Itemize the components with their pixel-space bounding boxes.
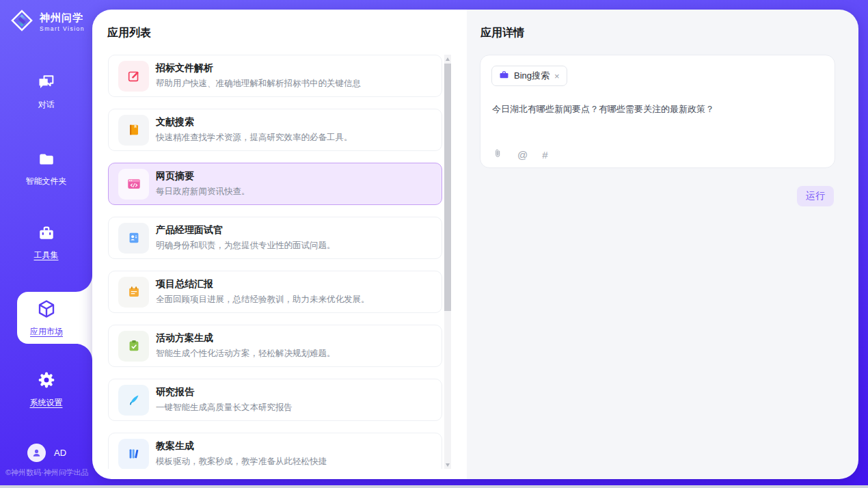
app-list: 招标文件解析 帮助用户快速、准确地理解和解析招标书中的关键信息 文献搜索 快速精…	[108, 55, 442, 469]
app-card-lesson-plan-generation[interactable]: 教案生成 模板驱动，教案秒成，教学准备从此轻松快捷	[108, 433, 442, 469]
tool-tag-bing-search[interactable]: Bing搜索 ×	[491, 66, 567, 86]
app-name: 文献搜索	[156, 116, 353, 128]
app-card-project-summary[interactable]: 项目总结汇报 全面回顾项目进展，总结经验教训，助力未来优化发展。	[108, 271, 442, 313]
sidebar-item-settings[interactable]: 系统设置	[0, 370, 92, 409]
copyright-text: ©神州数码·神州问学出品	[5, 467, 89, 478]
report-calendar-icon	[118, 277, 149, 308]
sidebar-item-chat[interactable]: 对话	[0, 72, 92, 111]
scroll-up-icon[interactable]	[444, 55, 451, 63]
mention-icon[interactable]: @	[517, 149, 528, 161]
user-initials: AD	[54, 448, 66, 458]
research-icon	[118, 385, 149, 416]
composer-toolbar: @ #	[493, 148, 548, 162]
hash-icon[interactable]: #	[542, 149, 547, 161]
sidebar-item-label: 应用市场	[30, 326, 63, 338]
app-desc: 模板驱动，教案秒成，教学准备从此轻松快捷	[156, 456, 327, 467]
app-desc: 智能生成个性化活动方案，轻松解决规划难题。	[156, 348, 336, 360]
app-card-webpage-summary[interactable]: 网页摘要 每日政府新闻资讯快查。	[108, 163, 442, 205]
app-name: 研究报告	[156, 386, 293, 398]
sidebar-item-label: 工具集	[34, 249, 59, 261]
app-desc: 每日政府新闻资讯快查。	[156, 186, 250, 198]
app-name: 网页摘要	[156, 170, 250, 182]
run-button[interactable]: 运行	[797, 186, 834, 206]
avatar	[27, 444, 46, 462]
app-name: 项目总结汇报	[156, 278, 370, 290]
app-card-research-report[interactable]: 研究报告 一键智能生成高质量长文本研究报告	[108, 379, 442, 421]
browser-code-icon	[118, 169, 149, 200]
user-account[interactable]: AD	[27, 444, 66, 462]
interview-icon	[118, 223, 149, 254]
app-desc: 明确身份和职责，为您提供专业性的面试问题。	[156, 240, 336, 252]
sidebar: 神州问学 Smart Vision 对话 智能文件夹	[0, 0, 92, 485]
app-list-scrollbar[interactable]	[444, 55, 451, 469]
brand-subtitle: Smart Vision	[40, 25, 85, 32]
book-icon	[118, 115, 149, 146]
sidebar-item-label: 系统设置	[30, 397, 63, 409]
clipboard-check-icon	[118, 331, 149, 362]
toolbox-icon	[36, 224, 57, 245]
document-edit-icon	[118, 61, 149, 92]
attachment-icon[interactable]	[493, 148, 503, 162]
scrollbar-thumb[interactable]	[444, 64, 451, 311]
brand-logo-diamond-icon	[9, 8, 35, 36]
app-desc: 帮助用户快速、准确地理解和解析招标书中的关键信息	[156, 78, 361, 90]
app-desc: 一键智能生成高质量长文本研究报告	[156, 402, 293, 414]
gear-icon	[37, 370, 56, 392]
app-card-literature-search[interactable]: 文献搜索 快速精准查找学术资源，提高研究效率的必备工具。	[108, 109, 442, 151]
app-card-bid-document-parsing[interactable]: 招标文件解析 帮助用户快速、准确地理解和解析招标书中的关键信息	[108, 55, 442, 97]
app-card-event-plan-generation[interactable]: 活动方案生成 智能生成个性化活动方案，轻松解决规划难题。	[108, 325, 442, 367]
window-bottom-edge	[0, 485, 868, 488]
app-desc: 快速精准查找学术资源，提高研究效率的必备工具。	[156, 132, 353, 144]
app-name: 招标文件解析	[156, 62, 361, 74]
app-name: 教案生成	[156, 440, 327, 452]
sidebar-item-label: 对话	[38, 99, 55, 111]
sidebar-item-label: 智能文件夹	[26, 176, 67, 187]
close-icon[interactable]: ×	[554, 72, 560, 81]
scroll-down-icon[interactable]	[444, 461, 451, 469]
app-detail-panel: 应用详情 Bing搜索 × 今日湖北有哪些新闻要点？有哪些需要关注的最新政策？	[467, 10, 858, 479]
query-card: Bing搜索 × 今日湖北有哪些新闻要点？有哪些需要关注的最新政策？ @ #	[480, 55, 835, 168]
app-name: 活动方案生成	[156, 332, 336, 344]
books-icon	[118, 439, 149, 470]
app-list-panel: 应用列表 招标文件解析 帮助用户快速、准确地理解和解析招标书中的关键信息	[92, 10, 467, 479]
main-content: 应用列表 招标文件解析 帮助用户快速、准确地理解和解析招标书中的关键信息	[92, 10, 858, 479]
folder-icon	[36, 150, 57, 171]
app-name: 产品经理面试官	[156, 224, 336, 236]
app-list-title: 应用列表	[107, 26, 151, 40]
sidebar-item-smart-folder[interactable]: 智能文件夹	[0, 150, 92, 187]
briefcase-icon	[499, 70, 509, 83]
query-input[interactable]: 今日湖北有哪些新闻要点？有哪些需要关注的最新政策？	[492, 103, 820, 116]
app-desc: 全面回顾项目进展，总结经验教训，助力未来优化发展。	[156, 294, 370, 306]
brand: 神州问学 Smart Vision	[9, 8, 85, 36]
chat-icon	[36, 72, 57, 94]
cube-icon	[36, 299, 57, 322]
sidebar-item-toolset[interactable]: 工具集	[0, 224, 92, 261]
app-detail-title: 应用详情	[480, 26, 524, 40]
app-card-pm-interviewer[interactable]: 产品经理面试官 明确身份和职责，为您提供专业性的面试问题。	[108, 217, 442, 259]
sidebar-item-app-market[interactable]: 应用市场	[17, 275, 92, 360]
brand-name: 神州问学	[40, 12, 85, 25]
tool-tag-label: Bing搜索	[514, 70, 550, 82]
